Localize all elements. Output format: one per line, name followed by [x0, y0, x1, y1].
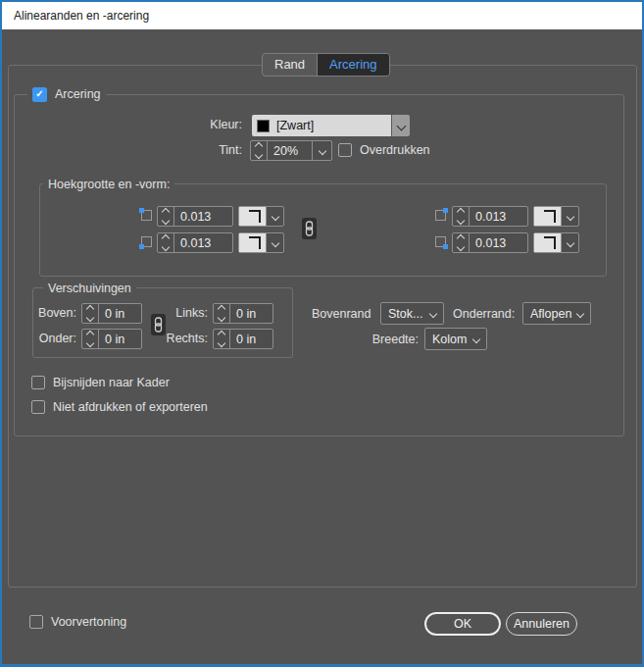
corner-top-right-value[interactable]: 0.013 — [470, 207, 527, 226]
niet-afdrukken-checkbox[interactable] — [31, 400, 45, 414]
voorvertoning-checkbox[interactable] — [29, 615, 43, 629]
titlebar[interactable]: Alinearanden en -arcering — [2, 2, 642, 29]
chevron-down-icon — [566, 238, 573, 246]
corner-top-right-shape-dropdown[interactable] — [533, 206, 579, 227]
chevron-up-icon — [255, 142, 263, 150]
corner-top-left-size-control[interactable]: 0.013 — [157, 206, 233, 227]
offset-rechts-control[interactable]: 0 in — [213, 329, 273, 349]
overdrukken-checkbox[interactable] — [338, 143, 352, 157]
chevron-down-icon — [162, 243, 170, 251]
corner-top-right-size-control[interactable]: 0.013 — [452, 206, 528, 227]
square-corner-shape-icon — [239, 207, 267, 226]
corner-bottom-left-size-control[interactable]: 0.013 — [157, 232, 233, 253]
tab-rand[interactable]: Rand — [263, 54, 317, 76]
shape-dropdown-button[interactable] — [562, 207, 578, 226]
corner-legend: Hoekgrootte en -vorm: — [43, 177, 174, 192]
window-title: Alinearanden en -arcering — [2, 2, 642, 29]
ok-button[interactable]: OK — [424, 612, 501, 636]
tint-dropdown-button[interactable] — [312, 141, 331, 160]
chevron-up-icon — [218, 331, 225, 338]
chevron-down-icon — [271, 238, 278, 246]
chevron-down-icon — [271, 212, 278, 220]
color-swatch — [257, 120, 270, 132]
corner-bottom-left-value[interactable]: 0.013 — [174, 233, 232, 252]
chevron-down-icon — [566, 212, 573, 220]
chevron-up-icon — [457, 208, 465, 216]
corner-top-left-shape-dropdown[interactable] — [238, 206, 284, 227]
niet-afdrukken-row: Niet afdrukken of exporteren — [31, 400, 208, 414]
shading-enable-row: ✓ Arcering — [27, 86, 106, 102]
kleur-dropdown[interactable]: [Zwart] — [252, 115, 391, 136]
corner-bottom-right-size-control[interactable]: 0.013 — [452, 232, 528, 253]
offset-links-value[interactable]: 0 in — [230, 304, 272, 323]
offsets-legend: Verschuivingen — [43, 281, 136, 296]
annuleren-button[interactable]: Annuleren — [506, 612, 577, 636]
overdrukken-label: Overdrukken — [360, 143, 430, 157]
tint-value[interactable]: 20% — [268, 141, 312, 160]
offset-links-label: Links: — [157, 306, 208, 321]
corner-bottom-left-shape-dropdown[interactable] — [238, 232, 284, 253]
square-corner-shape-icon — [534, 233, 562, 252]
shape-dropdown-button[interactable] — [267, 233, 283, 252]
offset-onder-control[interactable]: 0 in — [81, 329, 142, 349]
bijsnijden-checkbox[interactable] — [31, 376, 45, 389]
chevron-down-icon — [162, 217, 170, 225]
tint-stepper[interactable] — [251, 141, 268, 160]
offset-boven-label: Boven: — [29, 306, 76, 321]
bijsnijden-row: Bijsnijden naar Kader — [31, 376, 170, 389]
stepper[interactable] — [453, 207, 470, 226]
offset-rechts-label: Rechts: — [157, 332, 208, 346]
corner-bottom-right-value[interactable]: 0.013 — [470, 233, 527, 252]
offset-boven-value[interactable]: 0 in — [99, 304, 141, 323]
onderrand-value: Aflopen — [530, 307, 571, 321]
chevron-down-icon — [86, 339, 94, 347]
corner-top-left-value[interactable]: 0.013 — [174, 207, 232, 226]
shape-dropdown-button[interactable] — [562, 233, 578, 252]
chevron-down-icon — [576, 309, 584, 317]
stepper[interactable] — [214, 304, 230, 323]
tint-control[interactable]: 20% — [250, 140, 332, 161]
stepper[interactable] — [453, 233, 470, 252]
tab-arcering[interactable]: Arcering — [317, 54, 388, 76]
stepper[interactable] — [82, 330, 99, 348]
shape-dropdown-button[interactable] — [267, 207, 283, 226]
chevron-down-icon — [457, 217, 465, 225]
offset-rechts-value[interactable]: 0 in — [230, 330, 272, 348]
chevron-down-icon — [396, 121, 406, 130]
stepper[interactable] — [82, 304, 99, 323]
niet-afdrukken-label: Niet afdrukken of exporteren — [53, 400, 208, 414]
kleur-dropdown-button[interactable] — [391, 115, 410, 136]
bijsnijden-label: Bijsnijden naar Kader — [53, 376, 170, 389]
corner-link-button[interactable] — [302, 218, 317, 239]
offset-boven-control[interactable]: 0 in — [81, 303, 142, 324]
stepper[interactable] — [158, 233, 174, 252]
offset-onder-value[interactable]: 0 in — [99, 330, 141, 348]
chevron-down-icon — [218, 314, 225, 322]
corner-bottom-left-icon — [141, 236, 152, 247]
checkmark-icon: ✓ — [33, 88, 46, 100]
breedte-value: Kolom — [432, 333, 467, 346]
stepper[interactable] — [214, 330, 230, 348]
voorvertoning-label: Voorvertoning — [51, 615, 126, 629]
shading-checkbox[interactable]: ✓ — [32, 87, 47, 102]
onderrand-dropdown[interactable]: Aflopen — [522, 302, 591, 325]
breedte-dropdown[interactable]: Kolom — [424, 328, 487, 350]
corner-bottom-right-shape-dropdown[interactable] — [533, 232, 579, 253]
chevron-up-icon — [162, 208, 170, 216]
stepper[interactable] — [158, 207, 174, 226]
chevron-up-icon — [218, 305, 225, 313]
offset-links-control[interactable]: 0 in — [213, 303, 273, 324]
square-corner-shape-icon — [239, 233, 267, 252]
offset-onder-label: Onder: — [29, 332, 76, 346]
chevron-up-icon — [86, 305, 94, 313]
dialog-alinearanden-en-arcering: Alinearanden en -arcering Rand Arcering … — [0, 0, 644, 667]
square-corner-shape-icon — [534, 207, 562, 226]
chevron-down-icon — [472, 334, 480, 342]
chevron-down-icon — [429, 309, 437, 317]
chain-link-icon — [305, 221, 314, 236]
bovenrand-value: Stok... — [388, 307, 422, 321]
bovenrand-label: Bovenrand — [312, 307, 371, 322]
bovenrand-dropdown[interactable]: Stok... — [380, 302, 444, 325]
shading-checkbox-label: Arcering — [55, 86, 101, 102]
chevron-up-icon — [457, 234, 465, 242]
